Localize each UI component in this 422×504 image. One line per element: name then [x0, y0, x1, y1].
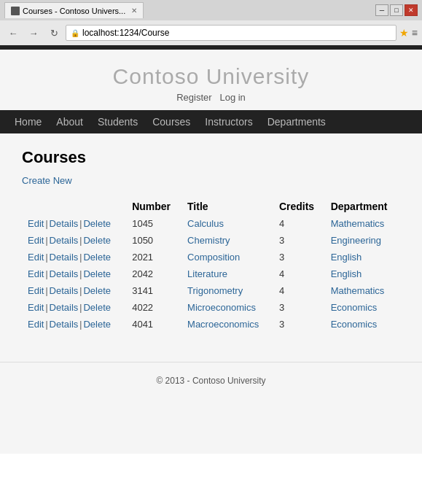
- action-separator: |: [79, 236, 82, 246]
- nav-courses[interactable]: Courses: [152, 116, 190, 128]
- edit-link[interactable]: Edit: [28, 252, 44, 263]
- action-cell: Edit | Details | Delete: [22, 316, 126, 333]
- course-credits: 4: [273, 282, 325, 299]
- create-new-link[interactable]: Create New: [22, 175, 72, 186]
- course-title: Chemistry: [181, 232, 273, 249]
- nav-home[interactable]: Home: [15, 116, 42, 128]
- action-cell: Edit | Details | Delete: [22, 249, 126, 265]
- details-link[interactable]: Details: [50, 285, 79, 296]
- course-title-link[interactable]: Trigonometry: [187, 285, 243, 296]
- delete-link[interactable]: Delete: [83, 218, 111, 229]
- course-number: 1045: [126, 215, 181, 232]
- course-title-link[interactable]: Literature: [187, 268, 227, 279]
- details-link[interactable]: Details: [50, 302, 79, 313]
- course-title-link[interactable]: Macroeconomics: [187, 319, 259, 330]
- footer-text: © 2013 - Contoso University: [156, 376, 265, 386]
- action-separator: |: [79, 269, 82, 279]
- edit-link[interactable]: Edit: [28, 235, 44, 246]
- title-bar: Courses - Contoso Univers... ✕ ─ □ ✕: [0, 0, 422, 20]
- action-separator: |: [45, 219, 47, 229]
- col-title: Title: [181, 198, 273, 215]
- course-title-link[interactable]: Chemistry: [187, 235, 230, 246]
- course-title-link[interactable]: Composition: [187, 252, 240, 263]
- address-bar[interactable]: 🔒 localhost:1234/Course: [66, 25, 396, 41]
- back-button[interactable]: ←: [4, 25, 22, 41]
- course-department: English: [325, 265, 400, 282]
- action-separator: |: [45, 303, 47, 313]
- details-link[interactable]: Details: [50, 252, 79, 263]
- course-title: Trigonometry: [181, 282, 273, 299]
- delete-link[interactable]: Delete: [83, 302, 111, 313]
- course-title-link[interactable]: Calculus: [187, 218, 224, 229]
- table-row: Edit | Details | Delete2021Composition3E…: [22, 249, 400, 265]
- maximize-button[interactable]: □: [390, 4, 403, 16]
- course-number: 2021: [126, 249, 181, 265]
- action-separator: |: [79, 219, 82, 229]
- course-number: 4022: [126, 299, 181, 316]
- browser-tab[interactable]: Courses - Contoso Univers... ✕: [4, 2, 144, 18]
- details-link[interactable]: Details: [50, 235, 79, 246]
- address-text: localhost:1234/Course: [82, 28, 391, 38]
- course-number: 4041: [126, 316, 181, 333]
- tabs-area: Courses - Contoso Univers... ✕: [4, 2, 144, 18]
- bookmark-icon[interactable]: ★: [399, 27, 409, 39]
- course-number: 1050: [126, 232, 181, 249]
- table-row: Edit | Details | Delete1050Chemistry3Eng…: [22, 232, 400, 249]
- col-credits: Credits: [273, 198, 325, 215]
- register-link[interactable]: Register: [176, 92, 211, 103]
- course-credits: 3: [273, 299, 325, 316]
- login-link[interactable]: Log in: [219, 92, 245, 103]
- main-nav: Home About Students Courses Instructors …: [0, 110, 422, 133]
- auth-links: Register Log in: [0, 92, 422, 103]
- menu-icon[interactable]: ≡: [412, 27, 418, 39]
- tab-title: Courses - Contoso Univers...: [23, 7, 125, 15]
- edit-link[interactable]: Edit: [28, 218, 44, 229]
- course-credits: 3: [273, 316, 325, 333]
- details-link[interactable]: Details: [50, 218, 79, 229]
- delete-link[interactable]: Delete: [83, 285, 111, 296]
- col-department: Department: [325, 198, 400, 215]
- action-separator: |: [79, 252, 82, 263]
- action-cell: Edit | Details | Delete: [22, 265, 126, 282]
- delete-link[interactable]: Delete: [83, 319, 111, 330]
- table-row: Edit | Details | Delete1045Calculus4Math…: [22, 215, 400, 232]
- nav-students[interactable]: Students: [98, 116, 138, 128]
- edit-link[interactable]: Edit: [28, 268, 44, 279]
- delete-link[interactable]: Delete: [83, 268, 111, 279]
- nav-departments[interactable]: Departments: [267, 116, 326, 128]
- col-actions: [22, 198, 126, 215]
- course-title: Literature: [181, 265, 273, 282]
- minimize-button[interactable]: ─: [375, 4, 388, 16]
- course-credits: 3: [273, 232, 325, 249]
- table-row: Edit | Details | Delete4041Macroeconomic…: [22, 316, 400, 333]
- nav-instructors[interactable]: Instructors: [205, 116, 252, 128]
- delete-link[interactable]: Delete: [83, 252, 111, 263]
- course-title-link[interactable]: Microeconomics: [187, 302, 256, 313]
- table-row: Edit | Details | Delete2042Literature4En…: [22, 265, 400, 282]
- address-lock-icon: 🔒: [71, 29, 79, 37]
- course-credits: 4: [273, 215, 325, 232]
- site-title: Contoso University: [0, 64, 422, 89]
- edit-link[interactable]: Edit: [28, 319, 44, 330]
- course-credits: 3: [273, 249, 325, 265]
- course-title: Macroeconomics: [181, 316, 273, 333]
- page-heading: Courses: [22, 148, 400, 167]
- details-link[interactable]: Details: [50, 319, 79, 330]
- window-controls: ─ □ ✕: [375, 4, 418, 16]
- action-separator: |: [45, 319, 47, 330]
- site-header: Contoso University Register Log in: [0, 50, 422, 110]
- forward-button[interactable]: →: [25, 25, 42, 41]
- edit-link[interactable]: Edit: [28, 285, 44, 296]
- course-department: Mathematics: [325, 282, 400, 299]
- table-header-row: Number Title Credits Department: [22, 198, 400, 215]
- details-link[interactable]: Details: [50, 268, 79, 279]
- course-department: English: [325, 249, 400, 265]
- close-button[interactable]: ✕: [405, 4, 418, 16]
- nav-about[interactable]: About: [56, 116, 83, 128]
- tab-close-button[interactable]: ✕: [131, 7, 137, 15]
- page-content: Contoso University Register Log in Home …: [0, 45, 422, 454]
- delete-link[interactable]: Delete: [83, 235, 111, 246]
- refresh-button[interactable]: ↻: [45, 25, 63, 41]
- course-number: 3141: [126, 282, 181, 299]
- edit-link[interactable]: Edit: [28, 302, 44, 313]
